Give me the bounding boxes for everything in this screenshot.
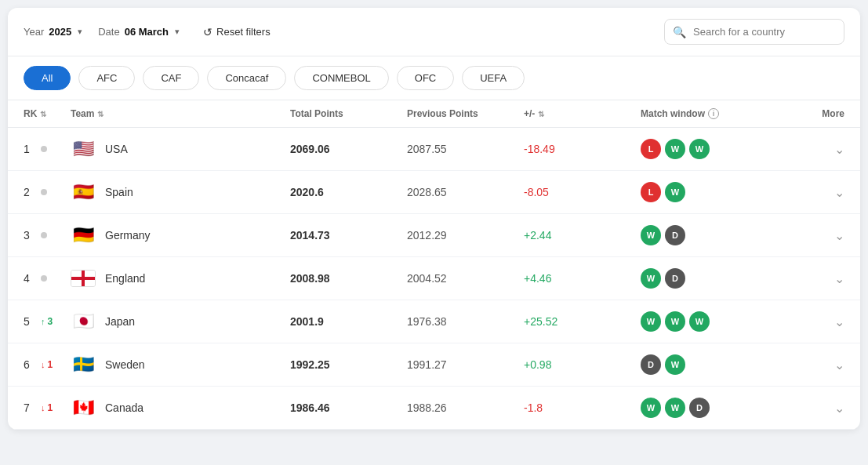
points-change: +4.46 [524, 272, 641, 285]
tab-afc[interactable]: AFC [78, 66, 135, 90]
flag-icon: 🇪🇸 [71, 183, 96, 201]
rank-number: 5 [24, 315, 36, 328]
rank-change-amount: 1 [48, 359, 53, 370]
rank-cell: 6 ↓ 1 [24, 358, 71, 371]
tab-all[interactable]: All [24, 66, 71, 90]
rank-cell: 1 [24, 143, 71, 155]
table-header-row: RK ⇅ Team ⇅ Total Points Previous Points… [8, 100, 860, 128]
result-badge-W: W [641, 268, 661, 289]
year-value: 2025 [49, 26, 71, 38]
prev-points: 1991.27 [407, 358, 524, 371]
match-window-badges: W D [641, 268, 797, 289]
points-change: -1.8 [524, 401, 641, 414]
flag-icon: 🇺🇸 [71, 140, 96, 158]
prev-points: 2012.29 [407, 229, 524, 242]
points-change: +25.52 [524, 315, 641, 328]
rk-sort-icon: ⇅ [40, 110, 46, 118]
rank-change-amount: 3 [48, 316, 53, 327]
result-badge-W: W [665, 182, 685, 202]
tab-ofc[interactable]: OFC [397, 66, 454, 90]
tab-caf[interactable]: CAF [143, 66, 199, 90]
points-change: -18.49 [524, 143, 641, 155]
flag-icon: 🇨🇦 [71, 399, 96, 416]
more-cell: ⌄ [797, 401, 844, 416]
rank-number: 3 [24, 229, 36, 242]
expand-row-icon[interactable]: ⌄ [834, 314, 844, 329]
prev-points: 1976.38 [407, 315, 524, 328]
team-name: USA [105, 143, 128, 155]
expand-row-icon[interactable]: ⌄ [834, 271, 844, 286]
prev-points: 2004.52 [407, 272, 524, 285]
team-cell: 🇩🇪 Germany [71, 227, 290, 244]
rank-change-amount: 1 [48, 402, 53, 413]
rank-number: 4 [24, 272, 36, 285]
expand-row-icon[interactable]: ⌄ [834, 358, 844, 372]
team-name: Sweden [105, 358, 145, 371]
total-points: 2008.98 [290, 272, 407, 285]
rank-change-indicator: ↓ 1 [41, 359, 53, 370]
col-total-points: Total Points [290, 108, 407, 119]
tab-conmebol[interactable]: CONMEBOL [294, 66, 388, 90]
more-cell: ⌄ [797, 314, 844, 329]
svg-rect-2 [71, 277, 95, 280]
col-change[interactable]: +/- ⇅ [524, 108, 641, 119]
more-cell: ⌄ [797, 228, 844, 243]
rank-indicator [41, 232, 47, 238]
expand-row-icon[interactable]: ⌄ [834, 185, 844, 200]
col-rk[interactable]: RK ⇅ [24, 108, 71, 119]
rank-number: 2 [24, 186, 36, 198]
result-badge-D: D [665, 225, 685, 245]
rank-cell: 5 ↑ 3 [24, 315, 71, 328]
team-cell: 🇺🇸 USA [71, 140, 290, 158]
points-change: +2.44 [524, 229, 641, 242]
more-cell: ⌄ [797, 358, 844, 372]
table-row: 7 ↓ 1 🇨🇦 Canada 1986.46 1988.26 -1.8 W W… [8, 387, 860, 430]
expand-row-icon[interactable]: ⌄ [834, 142, 844, 157]
expand-row-icon[interactable]: ⌄ [834, 228, 844, 243]
team-name: Canada [105, 401, 143, 414]
col-more: More [797, 108, 844, 119]
team-sort-icon: ⇅ [97, 110, 104, 118]
year-dropdown-icon[interactable]: ▾ [78, 27, 82, 37]
table-row: 3 🇩🇪 Germany 2014.73 2012.29 +2.44 W D ⌄ [8, 214, 860, 257]
result-badge-W: W [689, 311, 710, 332]
date-label: Date [98, 26, 119, 38]
flag-icon [71, 270, 96, 287]
match-window-info-icon[interactable]: i [708, 108, 719, 119]
prev-points: 2087.55 [407, 143, 524, 155]
total-points: 1986.46 [290, 401, 407, 414]
tab-concacaf[interactable]: Concacaf [207, 66, 286, 90]
search-input[interactable] [664, 19, 844, 45]
total-points: 2020.6 [290, 186, 407, 198]
more-cell: ⌄ [797, 142, 844, 157]
reset-filters-button[interactable]: ↺ Reset filters [203, 26, 271, 38]
date-dropdown-icon[interactable]: ▾ [175, 27, 180, 37]
team-cell: 🇨🇦 Canada [71, 399, 290, 416]
result-badge-W: W [665, 354, 685, 375]
search-container: 🔍 [664, 19, 844, 45]
total-points: 2001.9 [290, 315, 407, 328]
rank-cell: 7 ↓ 1 [24, 401, 71, 414]
expand-row-icon[interactable]: ⌄ [834, 401, 844, 416]
tab-uefa[interactable]: UEFA [462, 66, 525, 90]
rank-number: 6 [24, 358, 36, 371]
rank-change-indicator: ↓ 1 [41, 402, 53, 413]
points-change: +0.98 [524, 358, 641, 371]
down-arrow-icon: ↓ [41, 403, 45, 412]
match-window-badges: D W [641, 354, 797, 375]
total-points: 2069.06 [290, 143, 407, 155]
table-row: 2 🇪🇸 Spain 2020.6 2028.65 -8.05 L W ⌄ [8, 171, 860, 214]
main-container: Year 2025 ▾ Date 06 March ▾ ↺ Reset filt… [8, 8, 860, 430]
year-label: Year [24, 26, 44, 38]
rank-number: 1 [24, 143, 36, 155]
reset-icon: ↺ [203, 26, 212, 38]
table-row: 5 ↑ 3 🇯🇵 Japan 2001.9 1976.38 +25.52 W W… [8, 300, 860, 343]
rank-cell: 2 [24, 186, 71, 198]
col-prev-points: Previous Points [407, 108, 524, 119]
col-team[interactable]: Team ⇅ [71, 108, 290, 119]
rank-cell: 3 [24, 229, 71, 242]
match-window-badges: L W W [641, 139, 797, 159]
result-badge-D: D [665, 268, 685, 289]
confederation-tabs: All AFC CAF Concacaf CONMEBOL OFC UEFA [8, 56, 860, 100]
match-window-badges: L W [641, 182, 797, 202]
